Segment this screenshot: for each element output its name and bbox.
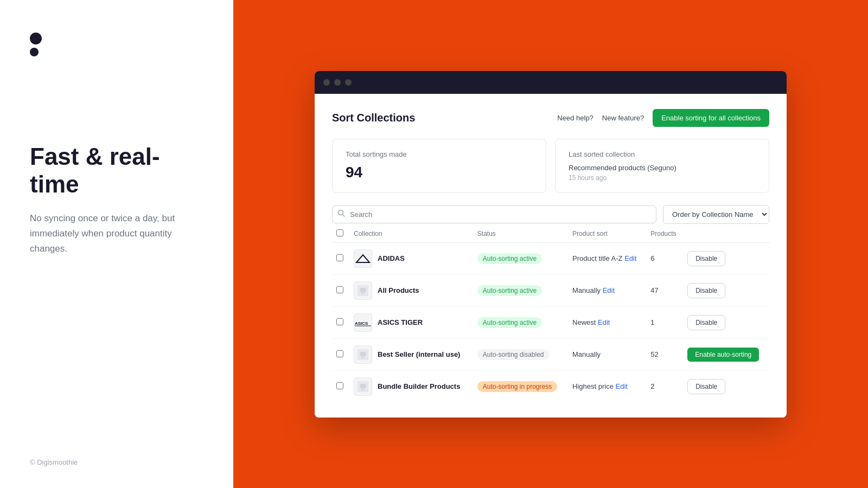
row-action-cell: Disable [683,242,769,274]
row-action-cell: Disable [683,370,769,402]
copyright: © Digismoothie [30,458,78,466]
svg-rect-6 [361,293,365,294]
edit-sort-link[interactable]: Edit [603,286,615,294]
svg-rect-5 [360,288,366,292]
collection-thumbnail [354,281,372,300]
disable-button[interactable]: Disable [687,379,725,394]
svg-rect-14 [361,389,365,390]
window-dot-1 [323,79,330,86]
row-checkbox[interactable] [336,350,343,357]
collection-name: ADIDAS [378,254,405,262]
row-checkbox[interactable] [336,382,343,389]
collection-name: ASICS TIGER [378,318,423,326]
left-panel: Fast & real-time No syncing once or twic… [0,0,233,488]
row-collection-cell: ADIDAS [349,242,473,274]
row-products-cell: 1 [646,306,683,338]
status-badge: Auto-sorting disabled [477,349,550,360]
collection-thumbnail [354,377,372,396]
row-status-cell: Auto-sorting in progress [473,370,568,402]
table-row: ASICS ASICS TIGER Auto-sorting active Ne… [332,306,769,338]
svg-line-1 [343,215,345,217]
row-action-cell: Disable [683,274,769,306]
new-feature-link[interactable]: New feature? [602,114,644,122]
header-status: Status [473,224,568,243]
row-status-cell: Auto-sorting active [473,306,568,338]
headline: Fast & real-time [30,143,203,198]
edit-sort-link[interactable]: Edit [624,254,636,262]
window-dot-2 [334,79,341,86]
sort-label: Newest [572,318,596,326]
svg-rect-13 [360,384,366,388]
disable-button[interactable]: Disable [687,283,725,298]
enable-auto-sorting-button[interactable]: Enable auto-sorting [687,348,759,362]
row-checkbox-cell [332,338,349,370]
edit-sort-link[interactable]: Edit [598,318,610,326]
edit-sort-link[interactable]: Edit [616,382,628,390]
status-badge: Auto-sorting active [477,285,542,296]
disable-button[interactable]: Disable [687,315,725,330]
left-content: Fast & real-time No syncing once or twic… [30,143,203,455]
row-checkbox[interactable] [336,254,343,261]
header-collection: Collection [349,224,473,243]
status-badge: Auto-sorting in progress [477,381,557,392]
row-product-sort-cell: Highest price Edit [568,370,646,402]
sort-label: Manually [572,286,601,294]
row-product-sort-cell: Product title A-Z Edit [568,242,646,274]
total-sortings-card: Total sortings made 94 [332,139,546,193]
table-row: ADIDAS Auto-sorting active Product title… [332,242,769,274]
logo-dot-bottom [30,48,39,56]
row-products-cell: 52 [646,338,683,370]
row-status-cell: Auto-sorting active [473,274,568,306]
row-products-cell: 47 [646,274,683,306]
table-header-row: Collection Status Product sort Products [332,224,769,243]
search-icon [337,209,345,219]
last-sorted-collection: Recommended products (Seguno) [569,164,756,172]
logo [30,33,203,56]
collection-thumbnail [354,345,372,364]
logo-dot-top [30,33,42,44]
enable-all-collections-button[interactable]: Enable sorting for all collections [653,109,769,127]
right-panel: Sort Collections Need help? New feature?… [233,0,868,488]
row-checkbox-cell [332,242,349,274]
last-sorted-time: 15 hours ago [569,174,756,182]
table-toolbar: Order by Collection Name [332,205,769,224]
row-checkbox[interactable] [336,286,343,293]
search-wrap [332,206,656,223]
row-product-sort-cell: Manually [568,338,646,370]
select-all-checkbox[interactable] [336,229,343,236]
row-checkbox[interactable] [336,318,343,325]
window-topbar [315,71,787,94]
page-title: Sort Collections [332,112,415,124]
header-product-sort: Product sort [568,224,646,243]
row-product-sort-cell: Manually Edit [568,274,646,306]
help-link[interactable]: Need help? [557,114,593,122]
order-select[interactable]: Order by Collection Name [663,205,769,224]
search-input[interactable] [332,206,656,223]
collection-table: Collection Status Product sort Products [332,224,769,402]
row-checkbox-cell [332,274,349,306]
svg-text:ASICS: ASICS [355,321,368,326]
table-row: Bundle Builder Products Auto-sorting in … [332,370,769,402]
stats-row: Total sortings made 94 Last sorted colle… [332,139,769,193]
header-actions-col [683,224,769,243]
sort-label: Product title A-Z [572,254,622,262]
svg-rect-10 [360,352,366,356]
window-content: Sort Collections Need help? New feature?… [315,94,787,418]
row-collection-cell: Bundle Builder Products [349,370,473,402]
row-status-cell: Auto-sorting disabled [473,338,568,370]
row-action-cell: Disable [683,306,769,338]
row-collection-cell: All Products [349,274,473,306]
collection-name: Bundle Builder Products [378,382,460,390]
row-status-cell: Auto-sorting active [473,242,568,274]
disable-button[interactable]: Disable [687,251,725,266]
app-header: Sort Collections Need help? New feature?… [332,109,769,127]
sort-label: Highest price [572,382,614,390]
table-body: ADIDAS Auto-sorting active Product title… [332,242,769,402]
status-badge: Auto-sorting active [477,317,542,328]
table-row: All Products Auto-sorting active Manuall… [332,274,769,306]
collection-name: All Products [378,286,419,294]
status-badge: Auto-sorting active [477,253,542,264]
row-products-cell: 6 [646,242,683,274]
svg-rect-11 [361,357,365,358]
row-checkbox-cell [332,306,349,338]
